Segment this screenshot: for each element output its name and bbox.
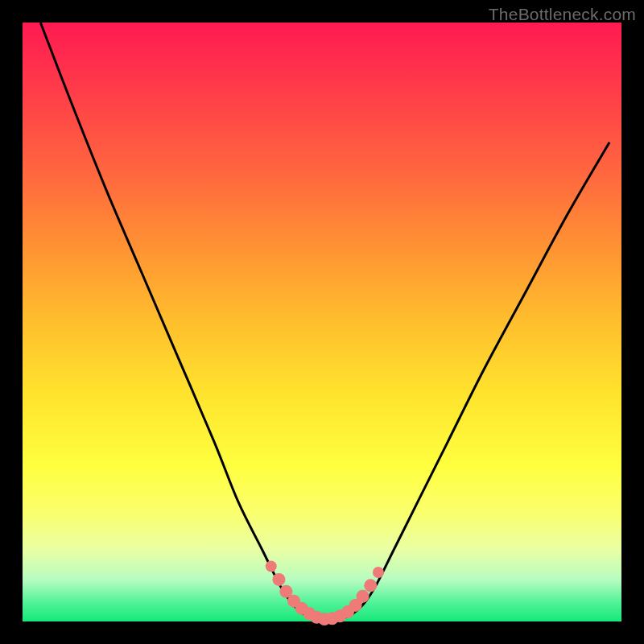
highlight-markers bbox=[266, 561, 384, 625]
chart-svg bbox=[23, 23, 621, 621]
highlight-marker bbox=[266, 561, 277, 572]
highlight-marker bbox=[373, 567, 384, 578]
highlight-marker bbox=[364, 579, 377, 592]
highlight-marker bbox=[272, 573, 285, 586]
highlight-marker bbox=[357, 590, 369, 603]
watermark-label: TheBottleneck.com bbox=[489, 5, 636, 24]
chart-frame: TheBottleneck.com bbox=[0, 0, 644, 644]
plot-area bbox=[23, 23, 621, 621]
bottleneck-curve bbox=[40, 23, 609, 621]
